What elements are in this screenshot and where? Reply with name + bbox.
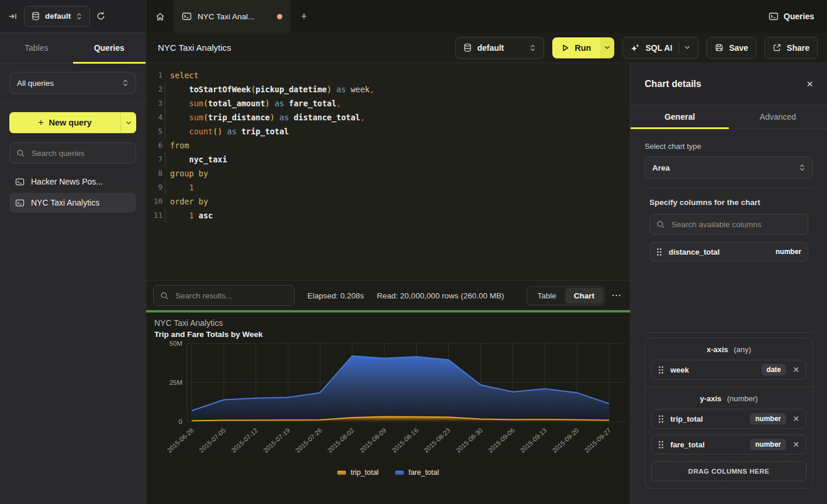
drag-handle-icon[interactable] [656,248,662,256]
svg-text:2015-07-19: 2015-07-19 [262,427,291,454]
run-label: Run [575,43,591,53]
unsaved-changes-dot [277,14,282,19]
run-options-dropdown[interactable] [600,37,614,58]
queries-shortcut-button[interactable]: Queries [769,12,814,21]
chart-type-select[interactable]: Area [645,157,813,179]
divider [0,102,146,103]
query-list-item-label: Hacker News Pos... [31,177,103,186]
code-line: 4 sum(trip_distance) as distance_total, [146,110,630,124]
refresh-icon[interactable] [96,11,106,21]
code-line: 2 toStartOfWeek(pickup_datetime) as week… [146,82,630,96]
view-toggle-table[interactable]: Table [528,288,565,304]
y-axis-section: y-axis (number) trip_total number ✕ fare… [645,387,812,488]
columns-label: Specify columns for the chart [649,198,816,207]
tab-advanced[interactable]: Advanced [729,105,827,128]
drag-columns-dropzone[interactable]: DRAG COLUMNS HERE [651,461,807,481]
column-name: week [670,366,755,374]
query-filter-select[interactable]: All queries [9,72,136,94]
terminal-icon [182,12,192,21]
query-title: NYC Taxi Analytics [158,43,231,53]
svg-text:2015-08-16: 2015-08-16 [390,427,420,454]
home-tab[interactable] [146,0,174,33]
chart-title: NYC Taxi Analytics [154,318,630,328]
column-name: distance_total [669,248,769,256]
svg-text:2015-06-28: 2015-06-28 [165,427,195,454]
plus-icon: + [38,117,43,128]
code-line: 5 count() as trip_total [146,124,630,138]
tab-queries[interactable]: Queries [73,33,146,63]
area-chart[interactable]: 025M50M2015-06-282015-07-052015-07-12201… [154,340,630,467]
results-search-input[interactable] [174,291,288,301]
remove-column-icon[interactable]: ✕ [793,440,800,449]
svg-text:2015-08-23: 2015-08-23 [423,427,452,454]
save-button[interactable]: Save [707,37,756,59]
database-selector-value: default [45,12,71,20]
query-search[interactable] [9,142,136,164]
terminal-icon [769,12,778,21]
new-tab-button[interactable]: + [290,0,317,33]
tab-title: NYC Taxi Anal... [198,12,271,21]
x-axis-column-week[interactable]: week date ✕ [651,360,807,380]
drag-handle-icon[interactable] [658,366,664,374]
svg-text:2015-07-12: 2015-07-12 [230,427,259,454]
legend-item-trip_total[interactable]: trip_total [337,468,379,477]
remove-column-icon[interactable]: ✕ [793,414,800,423]
sql-ai-button[interactable]: SQL AI [622,37,698,59]
svg-text:2015-09-27: 2015-09-27 [583,427,612,454]
line-number: 7 [146,152,162,166]
query-filter-value: All queries [17,79,116,88]
results-toolbar: Elapsed: 0.208s Read: 20,000,000 rows (2… [146,280,630,310]
database-selector[interactable]: default [24,6,90,27]
code-line: 10order by [146,194,630,208]
drag-handle-icon[interactable] [658,415,664,423]
sql-ai-label: SQL AI [645,43,672,53]
new-query-button[interactable]: + New query [9,112,136,133]
chart-view: NYC Taxi Analytics Trip and Fare Totals … [146,312,630,504]
code-line: 3 sum(total_amount) as fare_total, [146,96,630,110]
svg-text:2015-09-06: 2015-09-06 [487,427,516,454]
close-icon[interactable]: × [807,78,813,91]
collapse-sidebar-icon[interactable] [8,12,18,21]
remove-column-icon[interactable]: ✕ [793,365,800,374]
results-search[interactable] [153,285,295,306]
query-tab-nyc-taxi[interactable]: NYC Taxi Anal... [174,0,290,33]
share-button[interactable]: Share [764,37,818,59]
share-label: Share [787,43,809,53]
y-axis-title: y-axis [700,394,721,403]
query-list-item-nyc-taxi[interactable]: NYC Taxi Analytics [9,193,136,213]
sql-ai-dropdown[interactable] [679,42,690,54]
line-number: 6 [146,138,162,152]
tab-general[interactable]: General [631,105,729,128]
drag-handle-icon[interactable] [658,440,664,449]
sql-editor[interactable]: 1select2 toStartOfWeek(pickup_datetime) … [146,63,630,280]
updown-chevron-icon [122,79,129,87]
top-bar: default NYC Taxi Anal... + [0,0,827,33]
columns-search-input[interactable] [670,220,801,230]
ellipsis-icon[interactable]: ··· [612,291,622,300]
tab-tables[interactable]: Tables [0,33,73,63]
legend-item-fare_total[interactable]: fare_total [395,468,439,477]
svg-text:2015-08-02: 2015-08-02 [326,427,355,454]
query-list-item-hacker-news[interactable]: Hacker News Pos... [9,172,136,192]
y-axis-column-fare-total[interactable]: fare_total number ✕ [651,435,807,454]
code-line: 11 1 asc [146,208,630,223]
columns-search[interactable] [649,214,808,235]
new-query-dropdown[interactable] [120,112,136,133]
code-line: 6from [146,138,630,152]
save-icon [715,43,724,52]
chart-type-value: Area [652,164,793,172]
run-database-selector[interactable]: default [455,37,544,59]
code-line: 7 nyc_taxi [146,152,630,166]
y-axis-column-trip-total[interactable]: trip_total number ✕ [651,409,807,429]
query-search-input[interactable] [30,148,136,158]
view-toggle-chart[interactable]: Chart [565,288,603,304]
code-line: 9 1 [146,180,630,194]
queries-shortcut-label: Queries [784,12,814,21]
new-query-label: New query [49,118,92,127]
run-button[interactable]: Run [552,37,614,58]
database-icon [463,43,472,52]
available-column-distance-total[interactable]: distance_total number [649,242,808,262]
line-number: 8 [146,166,162,180]
search-icon [656,220,665,229]
code-line: 1select [146,68,630,82]
